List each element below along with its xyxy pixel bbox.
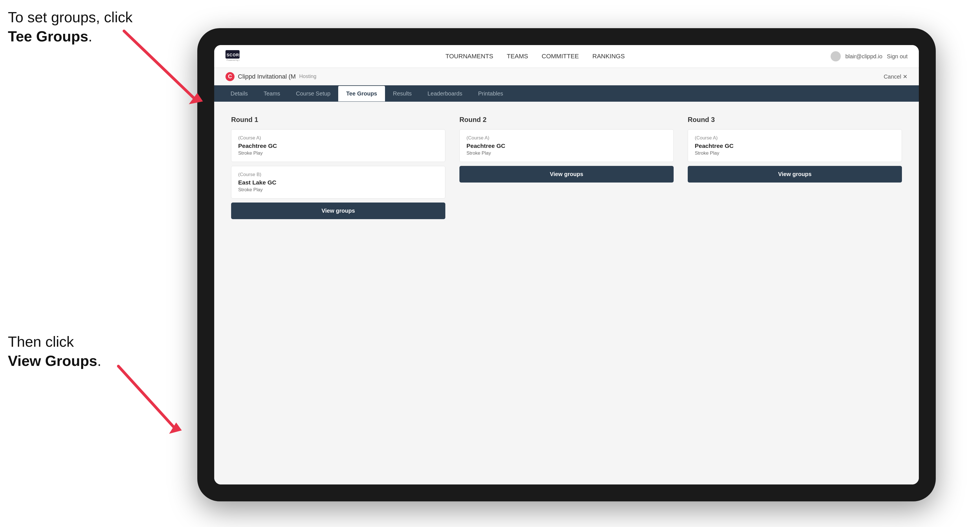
cancel-button[interactable]: Cancel ✕ bbox=[884, 73, 908, 80]
tablet-screen: SCOREBOARD Powered by clippit TOURNAMENT… bbox=[214, 45, 919, 484]
svg-text:Powered by clippit: Powered by clippit bbox=[227, 59, 240, 61]
round-2-course-a-card: (Course A) Peachtree GC Stroke Play bbox=[460, 129, 674, 162]
round-1-view-groups-button[interactable]: View groups bbox=[231, 203, 445, 219]
round-1-course-b-name: East Lake GC bbox=[238, 179, 438, 186]
round-1-course-a-label: (Course A) bbox=[238, 135, 438, 141]
round-1-course-a-format: Stroke Play bbox=[238, 151, 438, 156]
round-2-course-a-name: Peachtree GC bbox=[466, 143, 667, 149]
tab-details[interactable]: Details bbox=[223, 86, 256, 102]
round-3-course-a-label: (Course A) bbox=[695, 135, 895, 141]
nav-links: TOURNAMENTS TEAMS COMMITTEE RANKINGS bbox=[445, 53, 625, 60]
svg-text:SCOREBOARD: SCOREBOARD bbox=[227, 53, 240, 57]
tournament-logo: C bbox=[226, 72, 234, 81]
round-2-course-a-format: Stroke Play bbox=[466, 151, 667, 156]
tablet-device: SCOREBOARD Powered by clippit TOURNAMENT… bbox=[197, 28, 936, 502]
main-content: Round 1 (Course A) Peachtree GC Stroke P… bbox=[214, 102, 919, 484]
sub-nav: C Clippd Invitational (M Hosting Cancel … bbox=[214, 68, 919, 85]
round-2-section: Round 2 (Course A) Peachtree GC Stroke P… bbox=[460, 116, 674, 219]
round-2-view-groups-button[interactable]: View groups bbox=[460, 166, 674, 183]
sign-out-link[interactable]: Sign out bbox=[887, 53, 908, 60]
round-3-section: Round 3 (Course A) Peachtree GC Stroke P… bbox=[688, 116, 902, 219]
nav-logo: SCOREBOARD Powered by clippit bbox=[226, 50, 240, 62]
svg-line-2 bbox=[118, 366, 175, 428]
user-email: blair@clippd.io bbox=[845, 53, 882, 60]
tournament-name: Clippd Invitational (M bbox=[238, 73, 296, 80]
tab-teams[interactable]: Teams bbox=[256, 86, 288, 102]
round-1-course-b-format: Stroke Play bbox=[238, 187, 438, 193]
tab-course-setup[interactable]: Course Setup bbox=[288, 86, 338, 102]
round-1-course-a-card: (Course A) Peachtree GC Stroke Play bbox=[231, 129, 445, 162]
hosting-badge: Hosting bbox=[299, 73, 316, 79]
tournament-title: C Clippd Invitational (M Hosting bbox=[226, 72, 316, 81]
nav-rankings[interactable]: RANKINGS bbox=[592, 53, 625, 60]
round-1-course-b-card: (Course B) East Lake GC Stroke Play bbox=[231, 166, 445, 198]
svg-line-0 bbox=[124, 31, 194, 98]
round-2-course-a-label: (Course A) bbox=[466, 135, 667, 141]
round-3-course-a-format: Stroke Play bbox=[695, 151, 895, 156]
arrow-to-tee-groups bbox=[107, 25, 220, 110]
tab-bar: Details Teams Course Setup Tee Groups Re… bbox=[214, 85, 919, 102]
round-1-course-a-name: Peachtree GC bbox=[238, 143, 438, 149]
nav-user: blair@clippd.io Sign out bbox=[830, 51, 908, 61]
user-avatar bbox=[830, 51, 841, 61]
rounds-grid: Round 1 (Course A) Peachtree GC Stroke P… bbox=[231, 116, 902, 219]
instruction-bottom: Then click View Groups. bbox=[8, 332, 101, 370]
round-1-course-b-label: (Course B) bbox=[238, 172, 438, 178]
tab-printables[interactable]: Printables bbox=[470, 86, 511, 102]
tab-tee-groups[interactable]: Tee Groups bbox=[338, 86, 385, 102]
round-3-course-a-name: Peachtree GC bbox=[695, 143, 895, 149]
round-1-title: Round 1 bbox=[231, 116, 445, 124]
arrow-to-view-groups bbox=[102, 360, 197, 445]
top-nav: SCOREBOARD Powered by clippit TOURNAMENT… bbox=[214, 45, 919, 68]
tab-results[interactable]: Results bbox=[385, 86, 420, 102]
nav-tournaments[interactable]: TOURNAMENTS bbox=[445, 53, 493, 60]
round-1-section: Round 1 (Course A) Peachtree GC Stroke P… bbox=[231, 116, 445, 219]
round-3-title: Round 3 bbox=[688, 116, 902, 124]
logo-icon: SCOREBOARD Powered by clippit bbox=[226, 50, 240, 62]
tab-leaderboards[interactable]: Leaderboards bbox=[420, 86, 470, 102]
round-3-course-a-card: (Course A) Peachtree GC Stroke Play bbox=[688, 129, 902, 162]
round-3-view-groups-button[interactable]: View groups bbox=[688, 166, 902, 183]
nav-teams[interactable]: TEAMS bbox=[507, 53, 528, 60]
nav-committee[interactable]: COMMITTEE bbox=[542, 53, 579, 60]
round-2-title: Round 2 bbox=[460, 116, 674, 124]
